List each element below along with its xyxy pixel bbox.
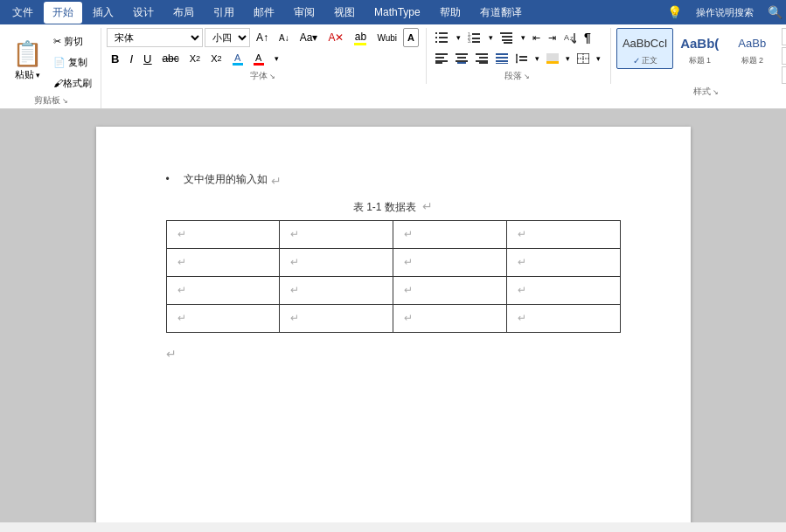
menu-start[interactable]: 开始 xyxy=(44,2,82,24)
bullet-dropdown[interactable]: ▾ xyxy=(454,28,463,47)
italic-button[interactable]: I xyxy=(125,49,137,68)
font-name-select[interactable]: 宋体 xyxy=(107,28,203,47)
increase-indent-button[interactable]: ⇥ xyxy=(545,28,560,47)
search-icon[interactable]: 🔍 xyxy=(768,5,783,19)
style-heading2[interactable]: AaBb 标题 2 xyxy=(726,29,778,68)
font-shrink-button[interactable]: A↓ xyxy=(275,28,294,47)
menu-file[interactable]: 文件 xyxy=(3,2,42,24)
table-cell[interactable]: ↵ xyxy=(166,249,280,277)
font-expand-icon[interactable]: ↘ xyxy=(269,73,275,80)
multilevel-list-button[interactable] xyxy=(497,28,518,47)
paragraph-controls: ▾ 1.2.3. ▾ ▾ ⇤ ⇥ AZ xyxy=(432,28,603,68)
menu-search[interactable]: 操作说明搜索 xyxy=(687,3,762,23)
bold-button[interactable]: B xyxy=(107,49,123,68)
justify-button[interactable] xyxy=(492,49,511,68)
paste-dropdown-icon[interactable]: ▾ xyxy=(36,71,40,79)
align-center-button[interactable] xyxy=(452,49,471,68)
menu-mailings[interactable]: 邮件 xyxy=(245,2,283,24)
align-right-button[interactable] xyxy=(472,49,491,68)
table-cell[interactable]: ↵ xyxy=(280,277,393,305)
styles-scroll-down[interactable]: ▼ xyxy=(782,47,786,65)
clipboard-expand-icon[interactable]: ↘ xyxy=(62,97,68,105)
styles-scroll-up[interactable]: ▲ xyxy=(782,28,786,45)
styles-expand-icon[interactable]: ↘ xyxy=(713,88,719,96)
svg-rect-34 xyxy=(496,63,508,64)
format-painter-button[interactable]: 🖌 格式刷 xyxy=(50,73,95,93)
line-spacing-button[interactable] xyxy=(512,49,532,68)
clear-format-button[interactable]: A✕ xyxy=(323,28,348,47)
table-cell[interactable]: ↵ xyxy=(393,305,507,333)
show-marks-button[interactable]: ¶ xyxy=(581,28,595,47)
menu-mathtype[interactable]: MathType xyxy=(365,3,429,22)
highlight-button[interactable]: ab xyxy=(350,28,371,47)
svg-rect-21 xyxy=(435,60,448,62)
decrease-indent-button[interactable]: ⇤ xyxy=(529,28,544,47)
style-heading1[interactable]: AaBb( 标题 1 xyxy=(673,29,726,68)
menu-youdao[interactable]: 有道翻译 xyxy=(471,2,531,24)
shading-button[interactable] xyxy=(543,49,562,68)
table-row: ↵ ↵ ↵ ↵ xyxy=(166,249,620,277)
font-controls: 宋体 小四 A↑ A↓ Aa▾ A✕ ab xyxy=(107,28,419,68)
table-cell[interactable]: ↵ xyxy=(393,221,507,249)
menu-bar: 文件 开始 插入 设计 布局 引用 邮件 审阅 视图 MathType 帮助 有… xyxy=(0,0,786,24)
subscript-button[interactable]: X2 xyxy=(185,49,205,68)
number-dropdown[interactable]: ▾ xyxy=(486,28,496,47)
para-mark-caption: ↵ xyxy=(422,199,433,213)
font-color-dropdown[interactable]: ▾ xyxy=(270,49,283,68)
svg-rect-22 xyxy=(435,62,442,64)
styles-expand[interactable]: ▼ xyxy=(782,66,786,84)
lightbulb-icon: 💡 xyxy=(667,5,682,19)
char-border-button[interactable]: A xyxy=(403,28,419,47)
table-cell[interactable]: ↵ xyxy=(506,249,620,277)
shading-dropdown[interactable]: ▾ xyxy=(563,49,573,68)
font-size-select[interactable]: 小四 xyxy=(205,28,250,47)
styles-group: AaBbCcI ✓ 正文 AaBb( 标题 1 xyxy=(613,28,786,100)
menu-design[interactable]: 设计 xyxy=(124,2,163,24)
menu-references[interactable]: 引用 xyxy=(205,2,243,24)
menu-help[interactable]: 帮助 xyxy=(431,2,470,24)
table-cell[interactable]: ↵ xyxy=(280,249,393,277)
superscript-button[interactable]: X2 xyxy=(206,49,226,68)
menu-insert[interactable]: 插入 xyxy=(84,2,122,24)
table-cell[interactable]: ↵ xyxy=(506,277,620,305)
page[interactable]: • 文中使用的输入如 ↵ 表 1-1 数据表 ↵ ↵ ↵ ↵ ↵ xyxy=(96,127,691,522)
svg-rect-26 xyxy=(457,62,466,64)
text-highlight-button[interactable]: A xyxy=(228,49,247,68)
font-grow-button[interactable]: A↑ xyxy=(252,28,273,47)
paste-button[interactable]: 📋 粘贴 ▾ xyxy=(7,35,48,86)
table-cell[interactable]: ↵ xyxy=(393,249,507,277)
table-cell[interactable]: ↵ xyxy=(166,277,280,305)
data-table[interactable]: ↵ ↵ ↵ ↵ ↵ ↵ ↵ ↵ ↵ ↵ ↵ ↵ xyxy=(166,220,621,333)
wubi-button[interactable]: Wubi xyxy=(372,28,401,47)
table-cell[interactable]: ↵ xyxy=(393,277,507,305)
table-cell[interactable]: ↵ xyxy=(506,305,620,333)
copy-button[interactable]: 📄 复制 xyxy=(50,52,95,72)
sort-button[interactable]: AZ xyxy=(560,28,580,47)
style-normal[interactable]: AaBbCcI ✓ 正文 xyxy=(616,28,673,69)
paragraph-expand-icon[interactable]: ↘ xyxy=(524,73,530,80)
menu-layout[interactable]: 布局 xyxy=(164,2,203,24)
bullet-list-button[interactable] xyxy=(432,28,453,47)
svg-rect-7 xyxy=(472,33,480,35)
line-spacing-dropdown[interactable]: ▾ xyxy=(532,49,542,68)
table-cell[interactable]: ↵ xyxy=(506,221,620,249)
svg-rect-33 xyxy=(496,60,508,62)
table-cell[interactable]: ↵ xyxy=(280,305,393,333)
border-button[interactable] xyxy=(574,49,593,68)
table-cell[interactable]: ↵ xyxy=(166,305,280,333)
underline-button[interactable]: U xyxy=(139,49,156,68)
change-case-button[interactable]: Aa▾ xyxy=(296,28,323,47)
menu-review[interactable]: 审阅 xyxy=(285,2,323,24)
clipboard-small-buttons: ✂ 剪切 📄 复制 🖌 格式刷 xyxy=(50,28,95,93)
font-color-button[interactable]: A xyxy=(249,49,268,68)
table-cell[interactable]: ↵ xyxy=(166,221,280,249)
after-table-mark: ↵ xyxy=(166,343,177,365)
strikethrough-button[interactable]: abc xyxy=(157,49,183,68)
cut-button[interactable]: ✂ 剪切 xyxy=(50,31,95,51)
number-list-button[interactable]: 1.2.3. xyxy=(464,28,485,47)
multilevel-dropdown[interactable]: ▾ xyxy=(518,28,528,47)
border-dropdown[interactable]: ▾ xyxy=(594,49,603,68)
menu-view[interactable]: 视图 xyxy=(325,2,364,24)
align-left-button[interactable] xyxy=(432,49,451,68)
table-cell[interactable]: ↵ xyxy=(280,221,393,249)
